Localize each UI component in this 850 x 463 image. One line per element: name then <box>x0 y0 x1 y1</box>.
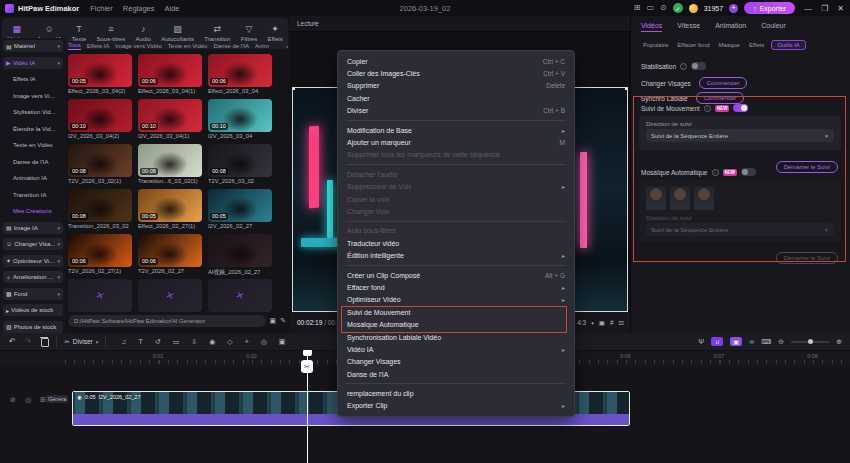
motion-tracking-toggle[interactable] <box>733 104 748 112</box>
menu-item-copier[interactable]: CopierCtrl + C <box>338 55 574 67</box>
library-tab-danse-de-l-ia[interactable]: Danse de l'IA <box>213 43 249 49</box>
menu-item-traducteur-vid-o[interactable]: Traducteur vidéo <box>338 237 574 249</box>
sidebar-item-transition-ia[interactable]: Transition IA <box>13 189 66 201</box>
motion-direction-select[interactable]: Suivi de la Séquence Entière ▼ <box>646 129 834 142</box>
menu-item-modification-de-base[interactable]: Modification de Base▸ <box>338 124 574 136</box>
stabilisation-toggle[interactable] <box>691 62 706 70</box>
grid-icon[interactable]: # <box>610 319 614 326</box>
keyboard-shortcuts-icon[interactable]: ⌨ <box>761 338 771 346</box>
sidebar-item-changer-visa[interactable]: ☺Changer Visa...▾ <box>3 238 63 250</box>
sidebar-item-tendre-la-vid[interactable]: Étendre la Vid... <box>13 123 66 135</box>
media-item[interactable]: 00:06Effect_2026_03_04(1) <box>138 54 204 99</box>
media-item[interactable]: ✕ <box>208 279 274 312</box>
edit-path-icon[interactable]: ✎ <box>280 317 286 325</box>
sidebar-item-optimiseur-vi[interactable]: ✦Optimiseur Vi...▾ <box>3 255 63 267</box>
menu-item-coller-des-images-cl-s[interactable]: Coller des Images-ClésCtrl + V <box>338 67 574 79</box>
record-icon[interactable]: ◉ <box>209 338 215 346</box>
library-tab-texte-en-vid-o[interactable]: Texte en Vidéo <box>168 43 208 49</box>
tab-vid-os[interactable]: Vidéos <box>641 22 662 32</box>
media-item[interactable]: 00:06Effect_2026_03_04 <box>208 54 274 99</box>
media-item[interactable]: ✕ <box>138 279 204 312</box>
member-status-badge[interactable]: ✓ <box>673 3 683 13</box>
menu-aide[interactable]: Aide <box>165 4 180 13</box>
sidebar-item-effets-ia[interactable]: Effets IA <box>13 73 66 85</box>
media-item[interactable]: 00:08Transition...6_03_02(1) <box>138 144 204 189</box>
mute-track-icon[interactable]: ⊘ <box>10 396 16 404</box>
text-tool-icon[interactable]: T <box>139 338 143 346</box>
library-tab-image-vers-vid-o[interactable]: Image vers Vidéo <box>115 43 162 49</box>
subtab-masque[interactable]: Masque <box>717 41 742 49</box>
aspect-ratio-select[interactable]: 4:3 <box>577 319 586 326</box>
feedback-icon[interactable]: ▭ <box>646 3 654 13</box>
export-frame-icon[interactable]: ⇩ <box>191 338 197 346</box>
save-path-input[interactable] <box>68 315 266 327</box>
changer-visages-start-button[interactable]: Commencer <box>699 77 748 89</box>
synchro-labiale-start-button[interactable]: Commencer <box>696 92 745 104</box>
close-button[interactable]: ✕ <box>837 4 844 13</box>
sidebar-item-image-vers-vi[interactable]: Image vers Vi... <box>13 90 66 102</box>
tab-vitesse[interactable]: Vitesse <box>677 22 700 32</box>
playhead-handle[interactable] <box>303 350 312 356</box>
timeline-zoom-slider[interactable] <box>791 341 829 343</box>
transform-handle[interactable] <box>625 88 627 90</box>
face-thumbnail[interactable] <box>670 186 690 210</box>
media-item[interactable]: 00:10I2V_2026_03_04(2) <box>68 99 134 144</box>
sidebar-item-animation-ia[interactable]: Animation IA <box>13 172 66 184</box>
tab-animation[interactable]: Animation <box>715 22 746 32</box>
subtab-effets[interactable]: Effets <box>747 41 766 49</box>
menu-item-remplacement-du-clip[interactable]: remplacement du clip <box>338 387 574 399</box>
face-thumbnail[interactable] <box>646 186 666 210</box>
add-coins-button[interactable]: + <box>729 4 738 13</box>
menu-item-exporter-clip[interactable]: Exporter Clip▸ <box>338 400 574 412</box>
minimize-button[interactable]: — <box>804 4 812 13</box>
undo-icon[interactable]: ↶ <box>9 337 16 347</box>
link-clips-icon[interactable]: ∞ <box>749 338 754 345</box>
sidebar-header-materiel[interactable]: ▤ Matériel ▾ <box>3 40 63 52</box>
library-tab-tous[interactable]: Tous <box>68 42 81 50</box>
microphone-icon[interactable]: Ψ <box>698 338 704 345</box>
tab-lecture[interactable]: Lecture <box>297 20 319 27</box>
marker-tool-icon[interactable]: ◇ <box>227 338 232 346</box>
menu-fichier[interactable]: Fichier <box>90 4 113 13</box>
tracker-tool-icon[interactable]: ◎ <box>261 338 267 346</box>
sidebar-item-vid-o-ia[interactable]: ▶Vidéo IA▾ <box>3 57 63 69</box>
fullscreen-icon[interactable]: ⊡ <box>619 319 624 327</box>
library-tab-effets-ia[interactable]: Effets IA <box>87 43 110 49</box>
audio-tool-icon[interactable]: ♫ <box>121 338 126 346</box>
menu-item-ajouter-un-marqueur[interactable]: Ajouter un marqueurM <box>338 136 574 148</box>
menu-item-dition-intelligente[interactable]: Édition intelligente▸ <box>338 249 574 261</box>
media-item[interactable]: AI视频_2026_02_27 <box>208 234 274 279</box>
menu-item-danse-de-l-ia[interactable]: Danse de l'IA <box>338 368 574 380</box>
media-item[interactable]: 00:06T2V_2026_02_27(1) <box>68 234 134 279</box>
snap-toggle-icon[interactable]: ∪ <box>711 337 723 346</box>
crop-tool-icon[interactable]: ▭ <box>173 338 180 346</box>
zoom-in-icon[interactable]: ⊕ <box>836 338 842 346</box>
media-item[interactable]: 00:05I2V_2026_02_27 <box>208 189 274 234</box>
menu-item-changer-visages[interactable]: Changer Visages <box>338 356 574 368</box>
auto-mosaic-toggle[interactable] <box>741 168 756 176</box>
media-item[interactable]: 00:08T2V_2026_03_02(1) <box>68 144 134 189</box>
snapshot-icon[interactable]: ▣ <box>599 319 605 327</box>
tab-couleur[interactable]: Couleur <box>761 22 786 32</box>
menu-item-supprimer[interactable]: SupprimerDelete <box>338 80 574 92</box>
sidebar-item-mes-cr-ations[interactable]: Mes Créations <box>13 205 66 217</box>
sidebar-item-fond[interactable]: ▩Fond▾ <box>3 288 63 300</box>
keyframe-tool-icon[interactable]: + <box>245 338 249 346</box>
menu-item-cacher[interactable]: Cacher <box>338 92 574 104</box>
layout-panels-icon[interactable]: ⊞ <box>634 3 641 13</box>
export-button[interactable]: ↑ Exporter <box>744 2 795 14</box>
face-thumbnail[interactable] <box>694 186 714 210</box>
subtab-populaire[interactable]: Populaire <box>641 41 670 49</box>
split-button[interactable]: ✂ Diviser ▾ <box>64 338 98 346</box>
browse-folder-icon[interactable]: ▣ <box>270 317 277 325</box>
hide-track-icon[interactable]: ◎ <box>25 396 31 404</box>
library-tab-anim[interactable]: Anim <box>255 43 269 49</box>
lock-track-icon[interactable]: ⊞ <box>40 396 46 404</box>
menu-item-cr-er-un-clip-compos[interactable]: Créer un Clip ComposéAlt + G <box>338 269 574 281</box>
sidebar-item-vid-os-de-stock[interactable]: ▸Vidéos de stock <box>3 304 63 316</box>
overlap-toggle-icon[interactable]: ▣ <box>730 337 742 346</box>
start-tracking-button[interactable]: Démarrer le Suivi <box>776 161 838 173</box>
zoom-out-icon[interactable]: ⊖ <box>778 338 784 346</box>
freeze-frame-icon[interactable]: ▣ <box>279 338 286 346</box>
media-item[interactable]: 00:05Effect_2026_02_27(1) <box>138 189 204 234</box>
